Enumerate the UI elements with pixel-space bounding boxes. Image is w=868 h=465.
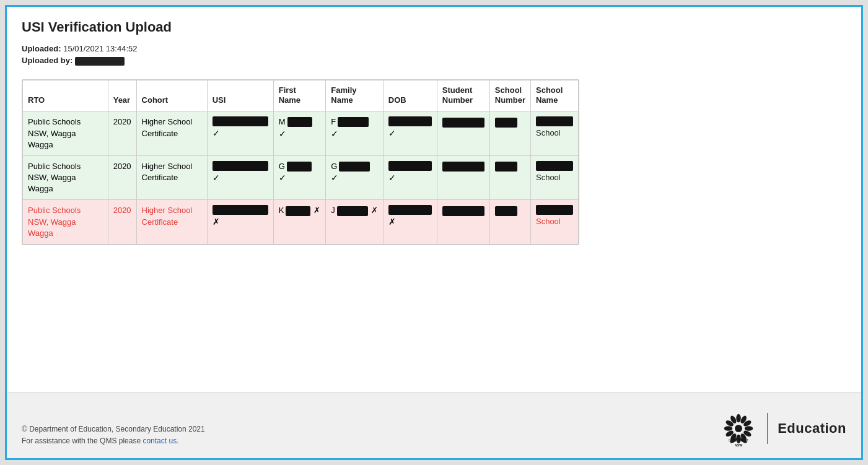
nsw-waratah-icon: NSW GOVERNMENT <box>720 410 757 447</box>
svg-point-10 <box>724 426 733 431</box>
table-row: Public Schools NSW, Wagga Wagga2020Highe… <box>23 200 579 245</box>
cell-year: 2020 <box>108 111 136 156</box>
col-header-dob: DOB <box>383 80 437 111</box>
uploaded-by-meta: Uploaded by: <box>22 56 846 66</box>
contact-link[interactable]: contact us. <box>142 437 178 445</box>
col-header-first-name: FirstName <box>273 80 326 111</box>
uploaded-value: 15/01/2021 13:44:52 <box>63 44 137 53</box>
uploaded-label: Uploaded: <box>22 44 61 53</box>
cell-school-number <box>489 155 530 200</box>
cell-cohort: Higher School Certificate <box>136 200 207 245</box>
col-header-year: Year <box>108 80 136 111</box>
cell-cohort: Higher School Certificate <box>136 155 207 200</box>
col-header-school-name: SchoolName <box>530 80 578 111</box>
cell-dob: ✓ <box>383 111 437 156</box>
cell-usi: ✓ <box>207 111 273 156</box>
cell-student-number <box>437 111 489 156</box>
cell-family-name: G ✓ <box>326 155 384 200</box>
data-table-wrapper: RTO Year Cohort USI FirstName FamilyName… <box>22 79 579 245</box>
svg-point-4 <box>745 426 753 431</box>
footer-text: © Department of Education, Secondary Edu… <box>22 424 205 447</box>
app-container: USI Verification Upload Uploaded: 15/01/… <box>5 5 863 460</box>
cell-first-name: K ✗ <box>273 200 326 245</box>
cell-student-number <box>437 155 489 200</box>
uploaded-meta: Uploaded: 15/01/2021 13:44:52 <box>22 44 846 53</box>
cell-school-name: School <box>530 200 578 245</box>
cell-dob: ✗ <box>383 200 437 245</box>
col-header-family-name: FamilyName <box>326 80 384 111</box>
col-header-student-number: StudentNumber <box>437 80 489 111</box>
cell-family-name: J ✗ <box>326 200 384 245</box>
cell-rto: Public Schools NSW, Wagga Wagga <box>23 111 108 156</box>
cell-family-name: F ✓ <box>326 111 384 156</box>
uploaded-by-label: Uploaded by: <box>22 56 72 65</box>
cell-usi: ✓ <box>207 155 273 200</box>
nsw-education-text: Education <box>778 420 846 437</box>
cell-dob: ✓ <box>383 155 437 200</box>
cell-rto: Public Schools NSW, Wagga Wagga <box>23 200 108 245</box>
nsw-logo: NSW GOVERNMENT Education <box>720 410 846 447</box>
cell-school-name: School <box>530 111 578 156</box>
assistance-text: For assistance with the QMS please conta… <box>22 435 205 447</box>
svg-point-1 <box>736 414 741 423</box>
page-title: USI Verification Upload <box>22 19 846 35</box>
cell-school-name: School <box>530 155 578 200</box>
main-content: USI Verification Upload Uploaded: 15/01/… <box>7 7 861 392</box>
col-header-usi: USI <box>207 80 273 111</box>
table-row: Public Schools NSW, Wagga Wagga2020Highe… <box>23 155 579 200</box>
cell-first-name: G ✓ <box>273 155 326 200</box>
svg-text:GOVERNMENT: GOVERNMENT <box>729 439 749 442</box>
cell-cohort: Higher School Certificate <box>136 111 207 156</box>
cell-rto: Public Schools NSW, Wagga Wagga <box>23 155 108 200</box>
copyright-text: © Department of Education, Secondary Edu… <box>22 424 205 435</box>
col-header-cohort: Cohort <box>136 80 207 111</box>
svg-text:NSW: NSW <box>735 443 742 447</box>
col-header-school-number: SchoolNumber <box>489 80 530 111</box>
cell-year: 2020 <box>108 200 136 245</box>
cell-usi: ✗ <box>207 200 273 245</box>
cell-student-number <box>437 200 489 245</box>
page-footer: © Department of Education, Secondary Edu… <box>7 392 861 458</box>
table-header-row: RTO Year Cohort USI FirstName FamilyName… <box>23 80 579 111</box>
svg-point-0 <box>735 425 742 432</box>
col-header-rto: RTO <box>23 80 108 111</box>
cell-school-number <box>489 200 530 245</box>
uploaded-by-value <box>75 57 125 66</box>
cell-school-number <box>489 111 530 156</box>
cell-first-name: M ✓ <box>273 111 326 156</box>
cell-year: 2020 <box>108 155 136 200</box>
table-row: Public Schools NSW, Wagga Wagga2020Highe… <box>23 111 579 156</box>
verification-table: RTO Year Cohort USI FirstName FamilyName… <box>22 80 579 245</box>
logo-divider <box>767 413 768 444</box>
